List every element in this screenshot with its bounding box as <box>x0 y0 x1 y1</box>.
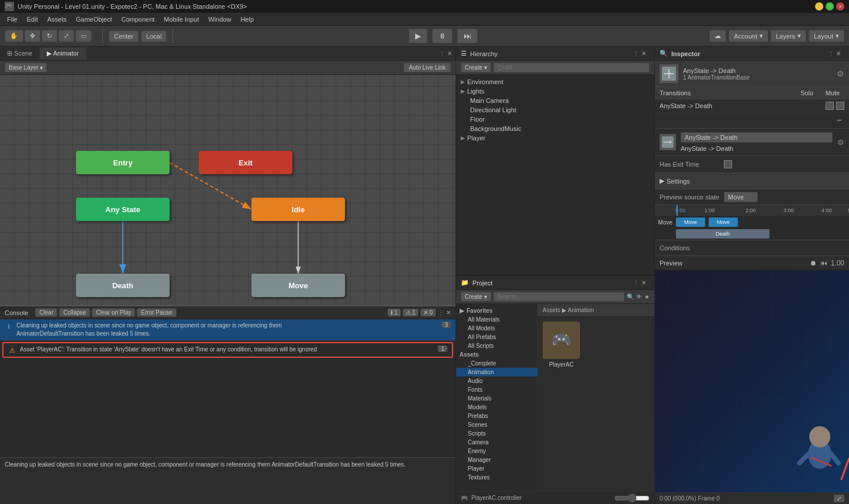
rotate-tool[interactable]: ↻ <box>42 30 57 42</box>
state-idle[interactable]: Idle <box>251 198 345 221</box>
proj-manager[interactable]: Manager <box>456 455 537 464</box>
proj-models[interactable]: Models <box>456 403 537 412</box>
proj-close-btn[interactable]: ✕ <box>641 279 646 286</box>
console-error-pause-btn[interactable]: Error Pause <box>137 308 176 317</box>
has-exit-time-checkbox[interactable] <box>724 160 732 168</box>
local-btn[interactable]: Local <box>141 30 167 42</box>
play-btn[interactable]: ▶ <box>409 29 427 43</box>
proj-all-prefabs[interactable]: All Prefabs <box>456 333 537 341</box>
menu-help[interactable]: Help <box>236 15 258 24</box>
state-anystate[interactable]: Any State <box>76 198 170 221</box>
cloud-btn[interactable]: ☁ <box>709 30 726 42</box>
preview-fullscreen-btn[interactable]: ⤢ <box>834 495 844 502</box>
step-btn[interactable]: ⏭ <box>457 29 478 43</box>
proj-scenes[interactable]: Scenes <box>456 420 537 429</box>
panel-close-btn[interactable]: ✕ <box>447 50 452 57</box>
account-dropdown[interactable]: Account ▾ <box>729 30 768 42</box>
proj-camera[interactable]: Camera <box>456 438 537 447</box>
animator-canvas[interactable]: Entry Exit Any State Idle Death Move <box>0 75 455 305</box>
proj-all-models[interactable]: All Models <box>456 324 537 333</box>
menu-component[interactable]: Component <box>116 15 159 24</box>
clip-move-1[interactable]: Move <box>676 218 705 227</box>
zoom-slider[interactable] <box>615 493 650 503</box>
proj-animation[interactable]: Animation <box>456 368 537 377</box>
proj-materials[interactable]: Materials <box>456 394 537 403</box>
insp-close-btn[interactable]: ✕ <box>836 50 841 57</box>
insp-settings-gear[interactable]: ⚙ <box>837 69 844 78</box>
scale-tool[interactable]: ⤢ <box>58 30 74 42</box>
tab-animator[interactable]: ▶ Animator <box>40 47 86 60</box>
preview-canvas[interactable]: ▶ <box>655 270 849 492</box>
proj-fonts[interactable]: Fonts <box>456 385 537 394</box>
trans-solo-checkbox[interactable] <box>826 102 834 110</box>
layers-dropdown[interactable]: Layers ▾ <box>771 30 806 42</box>
hier-item-background-music[interactable]: BackgroundMusic <box>456 124 654 133</box>
close-btn[interactable]: ✕ <box>836 2 844 11</box>
console-options-btn[interactable]: ⋮ <box>438 309 444 316</box>
trans-detail-gear[interactable]: ⚙ <box>837 138 844 147</box>
state-exit[interactable]: Exit <box>199 151 292 174</box>
maximize-btn[interactable]: □ <box>826 2 834 11</box>
proj-search-btn[interactable]: 🔍 <box>627 294 634 300</box>
menu-window[interactable]: Window <box>203 15 236 24</box>
hier-item-environment[interactable]: ▶ Environment <box>456 77 654 87</box>
menu-file[interactable]: File <box>2 15 22 24</box>
rect-tool[interactable]: ▭ <box>75 30 92 42</box>
menu-assets[interactable]: Assets <box>43 15 71 24</box>
proj-player[interactable]: Player <box>456 464 537 473</box>
auto-live-link-btn[interactable]: Auto Live Link <box>403 63 451 73</box>
minimize-btn[interactable]: ─ <box>815 2 823 11</box>
preview-rewind-btn[interactable]: ⏮ <box>820 259 827 267</box>
clip-move-2[interactable]: Move <box>709 218 738 227</box>
console-clear-on-play-btn[interactable]: Clear on Play <box>92 308 135 317</box>
console-collapse-btn[interactable]: Collapse <box>59 308 90 317</box>
panel-options-btn[interactable]: ⋮ <box>439 50 445 57</box>
trans-mute-checkbox[interactable] <box>836 102 844 110</box>
preview-source-select[interactable]: Move Idle Death <box>724 192 758 202</box>
hier-create-btn[interactable]: Create ▾ <box>461 63 491 73</box>
hier-search-input[interactable] <box>493 63 650 73</box>
hier-item-player[interactable]: ▶ Player <box>456 133 654 143</box>
state-entry[interactable]: Entry <box>76 151 170 174</box>
insp-options-btn[interactable]: ⋮ <box>828 50 834 57</box>
settings-header[interactable]: ▶ Settings <box>660 175 844 187</box>
trans-minus-btn[interactable]: − <box>834 115 844 126</box>
console-close-btn[interactable]: ✕ <box>446 309 451 316</box>
center-btn[interactable]: Center <box>109 30 139 42</box>
move-tool[interactable]: ✥ <box>25 30 40 42</box>
tab-scene[interactable]: ⊞ Scene <box>0 47 40 60</box>
hier-item-main-camera[interactable]: Main Camera <box>456 96 654 105</box>
layer-btn[interactable]: Base Layer ♦ <box>5 63 47 73</box>
trans-row-anystate-death[interactable]: AnyState -> Death <box>655 99 849 113</box>
trans-detail-name-input[interactable] <box>681 132 833 143</box>
proj-create-btn[interactable]: Create ▾ <box>461 292 491 302</box>
proj-search-input[interactable] <box>493 292 624 302</box>
menu-gameobject[interactable]: GameObject <box>71 15 117 24</box>
clip-death[interactable]: Death <box>676 229 769 239</box>
hier-item-directional-light[interactable]: Directional Light <box>456 105 654 115</box>
asset-player-ac[interactable]: 🎮 PlayerAC <box>543 322 580 368</box>
proj-all-scripts[interactable]: All Scripts <box>456 341 537 350</box>
console-clear-btn[interactable]: Clear <box>35 308 57 317</box>
proj-prefabs[interactable]: Prefabs <box>456 412 537 420</box>
preview-record-btn[interactable]: ⏺ <box>810 259 817 267</box>
console-msg-info[interactable]: ℹ Cleaning up leaked objects in scene si… <box>0 319 455 341</box>
proj-enemy[interactable]: Enemy <box>456 447 537 455</box>
menu-mobile-input[interactable]: Mobile Input <box>159 15 203 24</box>
proj-eye-btn[interactable]: 👁 <box>636 294 642 300</box>
layout-dropdown[interactable]: Layout ▾ <box>809 30 844 42</box>
hier-item-floor[interactable]: Floor <box>456 115 654 124</box>
hier-item-lights[interactable]: ▶ Lights <box>456 87 654 96</box>
hand-tool[interactable]: ✋ <box>5 30 23 42</box>
state-death[interactable]: Death <box>76 274 170 297</box>
proj-complete[interactable]: _Complete <box>456 359 537 368</box>
hier-close-btn[interactable]: ✕ <box>641 50 646 57</box>
proj-all-materials[interactable]: All Materials <box>456 315 537 324</box>
state-move[interactable]: Move <box>251 274 345 297</box>
pause-btn[interactable]: ⏸ <box>432 29 453 43</box>
proj-textures[interactable]: Textures <box>456 473 537 482</box>
hier-options-btn[interactable]: ⋮ <box>633 50 639 57</box>
proj-options-btn[interactable]: ⋮ <box>633 279 639 286</box>
proj-star-btn[interactable]: ★ <box>644 294 650 300</box>
console-msg-warning[interactable]: ⚠ Asset 'PlayerAC': Transition in state … <box>2 342 453 358</box>
